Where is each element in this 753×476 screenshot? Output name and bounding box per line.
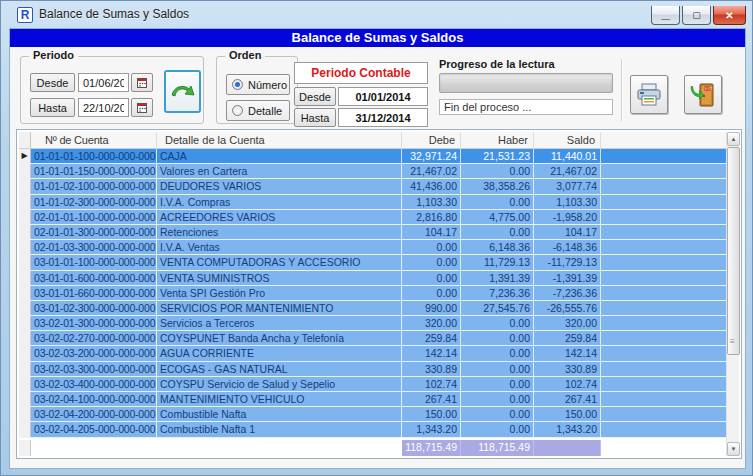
cell-filler <box>601 316 728 330</box>
print-button[interactable] <box>630 75 668 114</box>
cell-saldo: 21,467.02 <box>534 164 601 178</box>
orden-option-numero[interactable]: Número <box>226 74 290 95</box>
progress-bar <box>439 73 613 93</box>
table-row[interactable]: 03-02-03-200-000-000-000AGUA CORRIENTE14… <box>19 346 728 361</box>
row-selector <box>19 225 31 239</box>
cell-filler <box>601 331 728 345</box>
cell-cuenta: 01-01-02-100-000-000-000 <box>31 179 157 193</box>
cell-filler <box>601 271 728 285</box>
cell-detalle: SERVICIOS POR MANTENIMIENTO <box>157 301 402 315</box>
header-debe[interactable]: Debe <box>402 132 461 148</box>
scroll-up-button[interactable]: ▲ <box>727 132 740 146</box>
cell-filler <box>601 422 728 436</box>
table-row[interactable]: 02-01-03-300-000-000-000I.V.A. Ventas0.0… <box>19 240 728 255</box>
table-row[interactable]: 03-01-01-600-000-000-000VENTA SUMINISTRO… <box>19 271 728 286</box>
client-area: Balance de Sumas y Saldos Periodo Desde … <box>9 28 746 469</box>
exit-button[interactable]: EXIT <box>684 75 722 114</box>
orden-option-detalle[interactable]: Detalle <box>226 100 290 121</box>
periodo-hasta-calendar-button[interactable] <box>131 98 153 117</box>
table-row[interactable]: 03-02-03-400-000-000-000COYSPU Servicio … <box>19 377 728 392</box>
periodo-desde-calendar-button[interactable] <box>131 73 153 92</box>
table-row[interactable]: 02-01-01-300-000-000-000Retenciones104.1… <box>19 225 728 240</box>
close-button[interactable]: ✕ <box>713 6 746 25</box>
total-haber: 118,715.49 <box>461 440 534 456</box>
progress-status: Fin del proceso ... <box>439 99 613 115</box>
cell-cuenta: 01-01-01-100-000-000-000 <box>31 149 157 163</box>
cell-haber: 0.00 <box>461 407 534 421</box>
table-body: ▶01-01-01-100-000-000-000CAJA32,971.2421… <box>19 149 728 438</box>
table-row[interactable]: 03-02-02-270-000-000-000COYSPUNET Banda … <box>19 331 728 346</box>
printer-icon <box>636 83 662 107</box>
table-row[interactable]: 03-02-04-200-000-000-000Combustible Naft… <box>19 407 728 422</box>
periodo-contable-title[interactable]: Periodo Contable <box>294 62 428 84</box>
orden-group: Orden Número Detalle <box>216 56 298 124</box>
contable-hasta-input[interactable] <box>338 108 428 127</box>
orden-option-detalle-label: Detalle <box>248 105 282 117</box>
scroll-down-button[interactable]: ▼ <box>727 442 740 456</box>
periodo-hasta-button[interactable]: Hasta <box>30 98 75 117</box>
cell-filler <box>601 149 728 163</box>
periodo-group: Periodo Desde Hasta <box>20 56 204 124</box>
header-saldo[interactable]: Saldo <box>534 132 601 148</box>
cell-saldo: 1,103.30 <box>534 195 601 209</box>
cell-debe: 2,816.80 <box>402 210 461 224</box>
cell-debe: 104.17 <box>402 225 461 239</box>
cell-cuenta: 03-02-01-300-000-000-000 <box>31 316 157 330</box>
table-row[interactable]: 03-02-04-205-000-000-000Combustible Naft… <box>19 422 728 437</box>
periodo-hasta-label: Hasta <box>38 102 67 114</box>
cell-cuenta: 03-01-01-100-000-000-000 <box>31 255 157 269</box>
cell-detalle: VENTA SUMINISTROS <box>157 271 402 285</box>
scroll-up-icon: ▲ <box>731 136 737 142</box>
cell-saldo: -7,236.36 <box>534 286 601 300</box>
cell-haber: 0.00 <box>461 316 534 330</box>
table-row[interactable]: 03-02-03-300-000-000-000ECOGAS - GAS NAT… <box>19 362 728 377</box>
cell-filler <box>601 407 728 421</box>
cell-saldo: 330.89 <box>534 362 601 376</box>
row-selector <box>19 377 31 391</box>
minimize-button[interactable]: — <box>651 6 680 25</box>
cell-cuenta: 01-01-01-150-000-000-000 <box>31 164 157 178</box>
header-selector <box>19 132 31 148</box>
table-row[interactable]: 03-02-01-300-000-000-000Servicios a Terc… <box>19 316 728 331</box>
table-row[interactable]: 01-01-02-300-000-000-000I.V.A. Compras1,… <box>19 195 728 210</box>
cell-haber: 0.00 <box>461 377 534 391</box>
cell-debe: 0.00 <box>402 255 461 269</box>
titlebar[interactable]: R Balance de Sumas y Saldos — ▢ ✕ <box>1 1 752 28</box>
cell-detalle: MANTENIMIENTO VEHICULO <box>157 392 402 406</box>
cell-saldo: -11,729.13 <box>534 255 601 269</box>
cell-detalle: Combustible Nafta 1 <box>157 422 402 436</box>
table-row[interactable]: 03-01-01-100-000-000-000VENTA COMPUTADOR… <box>19 255 728 270</box>
header-haber[interactable]: Haber <box>461 132 534 148</box>
table-row[interactable]: 01-01-01-150-000-000-000Valores en Carte… <box>19 164 728 179</box>
table-row[interactable]: 03-01-02-300-000-000-000SERVICIOS POR MA… <box>19 301 728 316</box>
table-row[interactable]: 02-01-01-100-000-000-000ACREEDORES VARIO… <box>19 210 728 225</box>
cell-saldo: -1,958.20 <box>534 210 601 224</box>
periodo-desde-input[interactable] <box>78 73 129 92</box>
contable-desde-button[interactable]: Desde <box>294 87 336 106</box>
window-title: Balance de Sumas y Saldos <box>39 7 189 21</box>
load-balance-button[interactable] <box>164 70 201 113</box>
table-row[interactable]: 03-02-04-100-000-000-000MANTENIMIENTO VE… <box>19 392 728 407</box>
cell-detalle: COYSPUNET Banda Ancha y Telefonía <box>157 331 402 345</box>
contable-hasta-button[interactable]: Hasta <box>294 108 336 127</box>
scrollbar-thumb[interactable] <box>727 147 740 355</box>
contable-desde-input[interactable] <box>338 87 428 106</box>
table-row[interactable]: ▶01-01-01-100-000-000-000CAJA32,971.2421… <box>19 149 728 164</box>
cell-filler <box>601 392 728 406</box>
contable-hasta-label: Hasta <box>301 112 330 124</box>
cell-saldo: 11,440.01 <box>534 149 601 163</box>
periodo-hasta-input[interactable] <box>78 98 129 117</box>
periodo-desde-button[interactable]: Desde <box>30 73 75 92</box>
cell-saldo: 1,343.20 <box>534 422 601 436</box>
vertical-scrollbar[interactable]: ▲ ▼ <box>726 132 739 456</box>
form-banner: Balance de Sumas y Saldos <box>10 29 745 47</box>
row-selector <box>19 346 31 360</box>
table-row[interactable]: 01-01-02-100-000-000-000DEUDORES VARIOS4… <box>19 179 728 194</box>
maximize-button[interactable]: ▢ <box>682 6 711 25</box>
cell-detalle: Servicios a Terceros <box>157 316 402 330</box>
cell-filler <box>601 301 728 315</box>
table-row[interactable]: 03-01-01-660-000-000-000Venta SPI Gestió… <box>19 286 728 301</box>
cell-filler <box>601 179 728 193</box>
header-cuenta[interactable]: Nº de Cuenta <box>31 132 157 148</box>
header-detalle[interactable]: Detalle de la Cuenta <box>157 132 402 148</box>
